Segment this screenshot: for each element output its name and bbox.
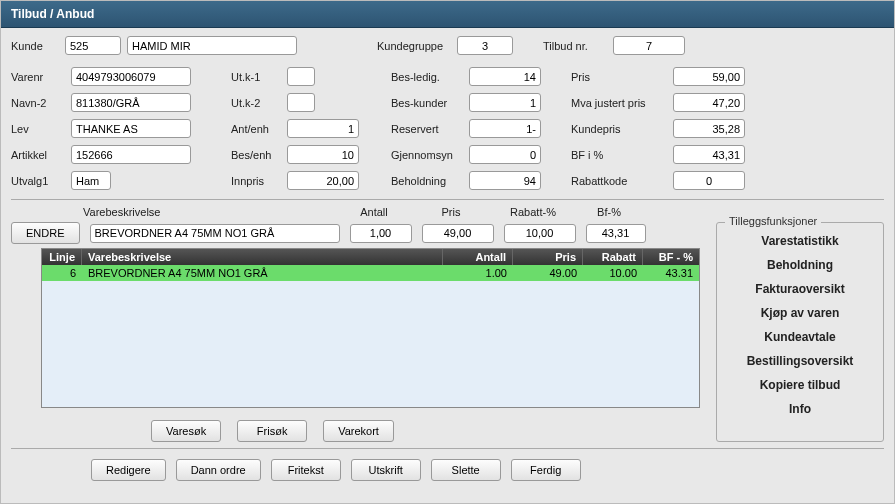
separator [11,199,884,200]
td-linje: 6 [42,265,82,281]
main-left: ENDRE Linje Varebeskrivelse Antall Pr [11,222,700,442]
dannordre-button[interactable]: Dann ordre [176,459,261,481]
edit-pris-input[interactable] [422,224,494,243]
kundegruppe-label: Kundegruppe [377,40,457,52]
tilbudnr-label: Tilbud nr. [543,40,613,52]
th-bf: BF - % [643,249,699,265]
redigere-button[interactable]: Redigere [91,459,166,481]
mva-input[interactable] [673,93,745,112]
hdr-rabatt: Rabatt-% [497,206,569,218]
utk1-input[interactable] [287,67,315,86]
utvalg1-label: Utvalg1 [11,175,65,187]
side-item-beholdning[interactable]: Beholdning [725,253,875,277]
rabattkode-input[interactable] [673,171,745,190]
beholdning-input[interactable] [469,171,541,190]
edit-rabatt-input[interactable] [504,224,576,243]
edit-antall-input[interactable] [350,224,412,243]
bottom-buttons: Redigere Dann ordre Fritekst Utskrift Sl… [91,459,884,481]
besledig-label: Bes-ledig. [391,71,463,83]
kundepris-label: Kundepris [571,123,667,135]
bfi-label: BF i % [571,149,667,161]
utvalg1-input[interactable] [71,171,111,190]
pris-label: Pris [571,71,667,83]
varesok-button[interactable]: Varesøk [151,420,221,442]
lev-input[interactable] [71,119,191,138]
antenh-label: Ant/enh [231,123,281,135]
side-item-kopiere[interactable]: Kopiere tilbud [725,373,875,397]
table-row[interactable]: 6 BREVORDNER A4 75MM NO1 GRÅ 1.00 49.00 … [42,265,699,281]
hdr-bf: Bf-% [579,206,639,218]
window: Tilbud / Anbud Kunde Kundegruppe Tilbud … [0,0,895,504]
besledig-input[interactable] [469,67,541,86]
hdr-pris: Pris [415,206,487,218]
side-item-bestillingsoversikt[interactable]: Bestillingsoversikt [725,349,875,373]
content: Kunde Kundegruppe Tilbud nr. Varenr Navn… [1,28,894,489]
product-grid: Varenr Navn-2 Lev Artikkel Utvalg1 Ut.k-… [11,67,884,193]
navn2-input[interactable] [71,93,191,112]
antenh-input[interactable] [287,119,359,138]
reservert-label: Reservert [391,123,463,135]
edit-row: ENDRE [11,222,700,244]
rabattkode-label: Rabattkode [571,175,667,187]
th-pris: Pris [513,249,583,265]
slette-button[interactable]: Slette [431,459,501,481]
besenh-label: Bes/enh [231,149,281,161]
th-varebesk: Varebeskrivelse [82,249,443,265]
side-item-info[interactable]: Info [725,397,875,421]
th-antall: Antall [443,249,513,265]
kunde-no-input[interactable] [65,36,121,55]
beskunder-label: Bes-kunder [391,97,463,109]
th-rabatt: Rabatt [583,249,643,265]
td-rabatt: 10.00 [583,265,643,281]
tilbudnr-input[interactable] [613,36,685,55]
beholdning-label: Beholdning [391,175,463,187]
besenh-input[interactable] [287,145,359,164]
side-item-kjop[interactable]: Kjøp av varen [725,301,875,325]
innpris-input[interactable] [287,171,359,190]
td-varebesk: BREVORDNER A4 75MM NO1 GRÅ [82,265,443,281]
side-item-fakturaoversikt[interactable]: Fakturaoversikt [725,277,875,301]
lev-label: Lev [11,123,65,135]
col-left: Varenr Navn-2 Lev Artikkel Utvalg1 [11,67,211,193]
beskunder-input[interactable] [469,93,541,112]
kundegruppe-input[interactable] [457,36,513,55]
utskrift-button[interactable]: Utskrift [351,459,421,481]
table-wrap: Linje Varebeskrivelse Antall Pris Rabatt… [41,248,700,408]
window-title: Tilbud / Anbud [1,1,894,28]
line-table[interactable]: Linje Varebeskrivelse Antall Pris Rabatt… [41,248,700,408]
varekort-button[interactable]: Varekort [323,420,394,442]
reservert-input[interactable] [469,119,541,138]
artikkel-label: Artikkel [11,149,65,161]
side-item-varestatistikk[interactable]: Varestatistikk [725,229,875,253]
col-mid1: Ut.k-1 Ut.k-2 Ant/enh Bes/enh Innpris [231,67,371,193]
kunde-label: Kunde [11,40,65,52]
gjennomsyn-input[interactable] [469,145,541,164]
kunde-name-input[interactable] [127,36,297,55]
side-panel: Tilleggsfunksjoner Varestatistikk Behold… [716,222,884,442]
side-legend: Tilleggsfunksjoner [725,215,821,227]
table-header: Linje Varebeskrivelse Antall Pris Rabatt… [42,249,699,265]
frisok-button[interactable]: Frisøk [237,420,307,442]
edit-varebesk-input[interactable] [90,224,340,243]
navn2-label: Navn-2 [11,97,65,109]
side-item-kundeavtale[interactable]: Kundeavtale [725,325,875,349]
gjennomsyn-label: Gjennomsyn [391,149,463,161]
bfi-input[interactable] [673,145,745,164]
kundepris-input[interactable] [673,119,745,138]
separator-2 [11,448,884,449]
th-linje: Linje [42,249,82,265]
hdr-varebesk: Varebeskrivelse [83,206,333,218]
ferdig-button[interactable]: Ferdig [511,459,581,481]
utk2-input[interactable] [287,93,315,112]
varenr-input[interactable] [71,67,191,86]
pris-input[interactable] [673,67,745,86]
endre-button[interactable]: ENDRE [11,222,80,244]
artikkel-input[interactable] [71,145,191,164]
col-right: Pris Mva justert pris Kundepris BF i % R… [571,67,761,193]
mva-label: Mva justert pris [571,97,667,109]
edit-bf-input[interactable] [586,224,646,243]
main-area: ENDRE Linje Varebeskrivelse Antall Pr [11,222,884,442]
fritekst-button[interactable]: Fritekst [271,459,341,481]
varenr-label: Varenr [11,71,65,83]
utk2-label: Ut.k-2 [231,97,281,109]
